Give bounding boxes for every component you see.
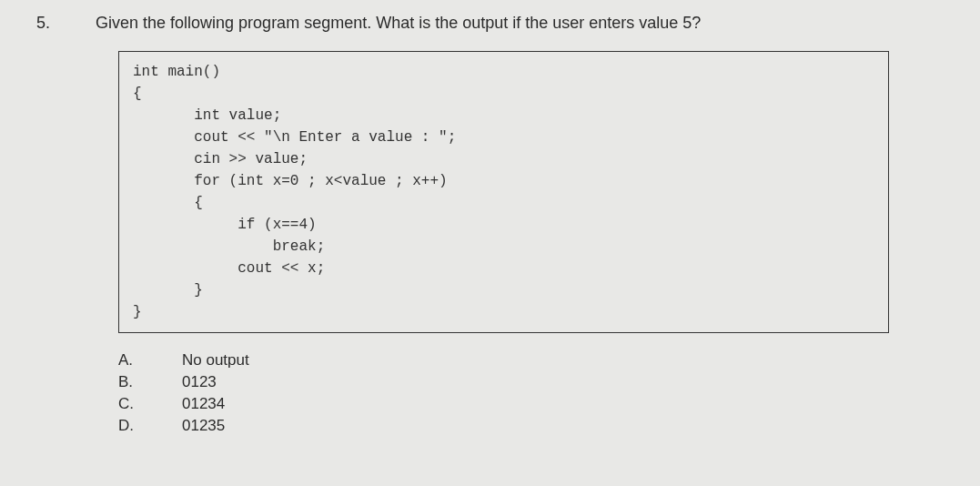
option-a: A. No output	[118, 351, 944, 370]
option-letter: B.	[118, 373, 182, 391]
option-text: 01235	[182, 417, 944, 435]
option-d: D. 01235	[118, 417, 944, 435]
option-letter: D.	[118, 417, 182, 435]
option-c: C. 01234	[118, 395, 944, 413]
option-letter: C.	[118, 395, 182, 413]
option-text: No output	[182, 351, 944, 370]
code-content: int main() { int value; cout << "\n Ente…	[133, 61, 874, 323]
code-box: int main() { int value; cout << "\n Ente…	[118, 51, 889, 333]
question-number: 5.	[36, 14, 50, 33]
option-b: B. 0123	[118, 373, 944, 391]
question-header: 5. Given the following program segment. …	[36, 14, 944, 33]
options-list: A. No output B. 0123 C. 01234 D. 01235	[118, 351, 944, 435]
option-letter: A.	[118, 351, 182, 370]
option-text: 01234	[182, 395, 944, 413]
question-text: Given the following program segment. Wha…	[96, 14, 701, 33]
option-text: 0123	[182, 373, 944, 391]
